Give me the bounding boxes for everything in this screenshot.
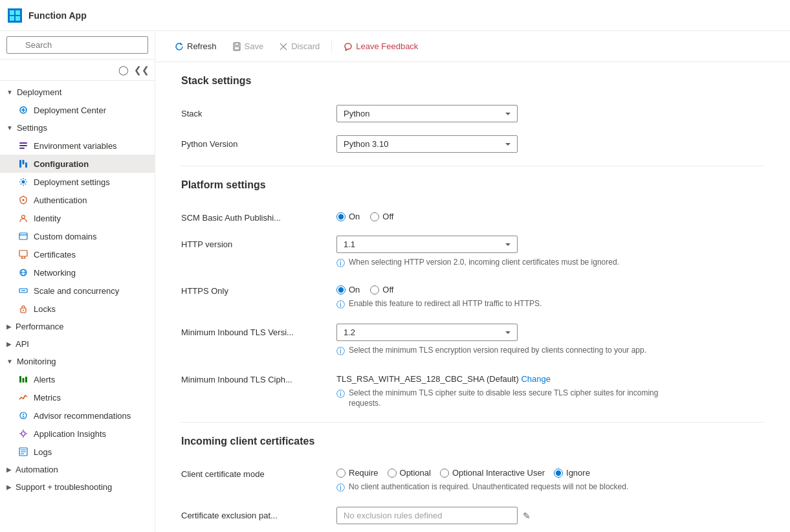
client-cert-control: Require Optional Optional Interactive Us… xyxy=(336,465,660,494)
scm-off-input[interactable] xyxy=(370,212,379,221)
http-version-row: HTTP version 1.1 2.0 ⓘ When selecting HT… xyxy=(181,236,764,269)
feedback-button[interactable]: Leave Feedback xyxy=(337,38,424,55)
python-version-select[interactable]: Python 3.10 Python 3.9 Python 3.8 Python… xyxy=(336,135,518,153)
svg-rect-29 xyxy=(235,43,239,45)
sidebar-item-alerts[interactable]: Alerts xyxy=(0,370,155,388)
nav-label-logs: Logs xyxy=(34,447,52,457)
identity-icon xyxy=(18,213,28,223)
nav-group-monitoring[interactable]: ▼ Monitoring xyxy=(0,353,155,370)
nav-group-support[interactable]: ▶ Support + troubleshooting xyxy=(0,478,155,496)
cert-info-text: No client authentication is required. Un… xyxy=(349,482,628,493)
https-on-input[interactable] xyxy=(336,285,346,294)
cert-exclusion-input[interactable] xyxy=(336,507,518,524)
sidebar-collapse-btn[interactable]: ❮❮ xyxy=(134,62,149,78)
chevron-right-icon-perf: ▶ xyxy=(6,323,12,330)
search-input[interactable] xyxy=(6,36,148,54)
sidebar-item-authentication[interactable]: Authentication xyxy=(0,191,155,209)
python-version-control: Python 3.10 Python 3.9 Python 3.8 Python… xyxy=(336,135,660,153)
sidebar-item-custom-domains[interactable]: Custom domains xyxy=(0,227,155,245)
app-title: Function App xyxy=(28,10,87,21)
stack-select[interactable]: Python .NET Node.js Java PowerShell Cust… xyxy=(336,105,518,122)
http-version-info: ⓘ When selecting HTTP version 2.0, incom… xyxy=(336,257,660,269)
chevron-down-icon: ▼ xyxy=(6,89,13,96)
chevron-down-icon-monitoring: ▼ xyxy=(6,358,13,365)
sidebar-item-configuration[interactable]: Configuration xyxy=(0,155,155,173)
edit-icon[interactable]: ✎ xyxy=(523,511,531,521)
scm-on-input[interactable] xyxy=(336,212,346,221)
chevron-right-icon-api: ▶ xyxy=(6,340,12,348)
cert-require-input[interactable] xyxy=(336,469,346,478)
sidebar-item-metrics[interactable]: Metrics xyxy=(0,388,155,406)
sidebar-item-identity[interactable]: Identity xyxy=(0,209,155,227)
https-only-radio-group: On Off xyxy=(336,282,660,294)
toolbar-separator xyxy=(331,40,332,53)
scm-on-radio[interactable]: On xyxy=(336,212,360,221)
nav-label-metrics: Metrics xyxy=(34,393,61,403)
nav-group-performance[interactable]: ▶ Performance xyxy=(0,318,155,335)
http-version-select[interactable]: 1.1 2.0 xyxy=(336,236,518,253)
platform-settings-header: Platform settings xyxy=(181,179,764,196)
sidebar-item-locks[interactable]: Locks xyxy=(0,300,155,318)
min-tls-select[interactable]: 1.0 1.1 1.2 xyxy=(336,324,518,341)
cert-optional-radio[interactable]: Optional xyxy=(388,468,431,478)
incoming-cert-header: Incoming client certificates xyxy=(181,436,764,452)
cert-optional-input[interactable] xyxy=(388,469,397,478)
svg-rect-10 xyxy=(25,162,27,168)
sidebar: ⚲ ◯ ❮❮ ▼ Deployment Deployment Center xyxy=(0,31,155,532)
sidebar-item-networking[interactable]: Networking xyxy=(0,263,155,282)
nav-label-alerts: Alerts xyxy=(34,375,55,384)
nav-group-deployment[interactable]: ▼ Deployment xyxy=(0,83,155,101)
svg-point-19 xyxy=(23,310,24,311)
content-area: Refresh Save Discard Leave Feedback Stac… xyxy=(155,31,790,532)
save-label: Save xyxy=(245,41,264,51)
info-icon-cipher: ⓘ xyxy=(336,388,345,400)
cert-exclusion-row: Certificate exclusion pat... ✎ xyxy=(181,507,764,524)
nav-label-advisor: Advisor recommendations xyxy=(34,411,131,421)
scm-off-label: Off xyxy=(382,212,393,221)
locks-icon xyxy=(18,304,28,314)
config-icon xyxy=(18,159,28,169)
cert-ignore-radio[interactable]: Ignore xyxy=(554,468,590,478)
svg-point-12 xyxy=(23,199,25,201)
refresh-button[interactable]: Refresh xyxy=(168,38,223,55)
min-tls-cipher-change-link[interactable]: Change xyxy=(521,374,551,384)
nav-label-env-variables: Environment variables xyxy=(34,141,117,151)
advisor-icon xyxy=(18,410,28,421)
scm-off-radio[interactable]: Off xyxy=(370,212,393,221)
info-icon-http: ⓘ xyxy=(336,258,345,269)
sidebar-item-certificates[interactable]: Certificates xyxy=(0,245,155,263)
sidebar-item-advisor[interactable]: Advisor recommendations xyxy=(0,406,155,425)
min-tls-cipher-value: TLS_RSA_WITH_AES_128_CBC_SHA (Default) C… xyxy=(336,371,660,384)
https-off-radio[interactable]: Off xyxy=(370,285,393,294)
sidebar-expand-btn[interactable]: ◯ xyxy=(116,62,131,78)
cert-optional-interactive-radio[interactable]: Optional Interactive User xyxy=(440,468,545,478)
cert-optional-interactive-input[interactable] xyxy=(440,469,449,478)
sidebar-item-deployment-settings[interactable]: Deployment settings xyxy=(0,173,155,191)
sidebar-item-logs[interactable]: Logs xyxy=(0,443,155,461)
save-icon xyxy=(232,42,241,51)
min-tls-cipher-text: TLS_RSA_WITH_AES_128_CBC_SHA (Default) xyxy=(336,374,519,384)
deploy-center-icon xyxy=(18,105,28,115)
min-tls-control: 1.0 1.1 1.2 ⓘ Select the minimum TLS enc… xyxy=(336,324,660,357)
https-off-input[interactable] xyxy=(370,285,379,294)
discard-button[interactable]: Discard xyxy=(272,38,326,55)
https-on-radio[interactable]: On xyxy=(336,285,360,294)
deploy-settings-icon xyxy=(18,177,28,187)
nav-label-app-insights: Application Insights xyxy=(34,429,106,439)
nav-label-locks: Locks xyxy=(34,304,56,314)
sidebar-item-env-variables[interactable]: Environment variables xyxy=(0,137,155,155)
nav-group-api[interactable]: ▶ API xyxy=(0,335,155,353)
sidebar-item-scale[interactable]: Scale and concurrency xyxy=(0,282,155,300)
nav-group-settings[interactable]: ▼ Settings xyxy=(0,119,155,137)
python-version-row: Python Version Python 3.10 Python 3.9 Py… xyxy=(181,135,764,153)
svg-point-13 xyxy=(22,216,25,219)
sidebar-item-deployment-center[interactable]: Deployment Center xyxy=(0,101,155,119)
client-cert-row: Client certificate mode Require Optional xyxy=(181,465,764,494)
nav-group-automation[interactable]: ▶ Automation xyxy=(0,461,155,478)
content-scroll[interactable]: Stack settings Stack Python .NET Node.js… xyxy=(155,62,790,532)
sidebar-item-app-insights[interactable]: Application Insights xyxy=(0,425,155,443)
min-tls-cipher-label: Minimum Inbound TLS Ciph... xyxy=(181,371,324,384)
save-button[interactable]: Save xyxy=(226,38,270,55)
cert-ignore-input[interactable] xyxy=(554,469,563,478)
cert-require-radio[interactable]: Require xyxy=(336,468,379,478)
